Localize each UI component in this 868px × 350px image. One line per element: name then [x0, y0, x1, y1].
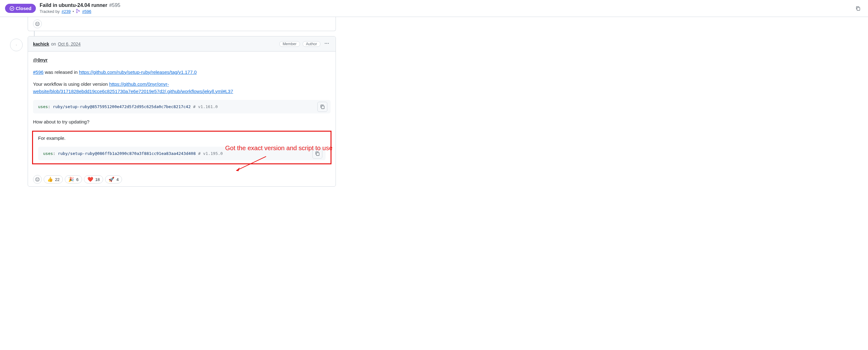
- comment-date[interactable]: Oct 6, 2024: [58, 41, 81, 46]
- reaction-count: 18: [95, 177, 100, 182]
- svg-point-2: [76, 12, 78, 13]
- previous-comment-footer: [28, 17, 336, 31]
- kebab-icon: [324, 41, 329, 46]
- copy-code-button[interactable]: [317, 102, 328, 112]
- merge-icon: [76, 9, 80, 14]
- annotation-highlight-box: For example. uses: ruby/setup-ruby@086ff…: [32, 131, 332, 165]
- author-badge: Author: [303, 41, 320, 47]
- member-badge: Member: [279, 41, 300, 47]
- add-reaction-button[interactable]: [33, 20, 42, 28]
- avatar-column: ▫: [5, 36, 28, 187]
- code-block-2: uses: ruby/setup-ruby@086ffb1a2090c870a3…: [38, 147, 326, 160]
- comment-header: kachick on Oct 6, 2024 Member Author: [28, 36, 336, 51]
- copy-icon: [315, 151, 320, 156]
- hooray-icon: 🎉: [68, 177, 74, 182]
- copy-icon: [320, 104, 325, 109]
- reaction-count: 22: [55, 177, 59, 182]
- yaml-comment: # v1.161.0: [193, 104, 218, 109]
- yaml-key: uses: [43, 151, 53, 156]
- copy-code-button[interactable]: [312, 149, 322, 159]
- reaction-rocket[interactable]: 🚀 4: [105, 175, 122, 183]
- tracked-by-row: Tracked by #239 • #596: [40, 9, 849, 14]
- text: How about to try updating?: [33, 118, 331, 126]
- svg-point-9: [327, 43, 328, 44]
- svg-point-14: [36, 179, 37, 179]
- code-block-1: uses: ruby/setup-ruby@8575951200e472d5f2…: [33, 100, 331, 113]
- comment-box: kachick on Oct 6, 2024 Member Author: [28, 36, 336, 187]
- avatar[interactable]: ▫: [10, 39, 23, 51]
- svg-point-10: [328, 43, 329, 44]
- yaml-key: uses: [38, 104, 48, 109]
- svg-point-1: [76, 9, 78, 10]
- reaction-count: 6: [76, 177, 78, 182]
- reaction-hooray[interactable]: 🎉 6: [65, 175, 82, 183]
- reactions-row: 👍 22 🎉 6 ❤️ 18 🚀 4: [28, 173, 336, 186]
- reaction-thumbsup[interactable]: 👍 22: [44, 175, 63, 183]
- yaml-value: ruby/setup-ruby@8575951200e472d5f2d95c62…: [53, 104, 191, 109]
- add-reaction-button[interactable]: [33, 175, 42, 184]
- header-content: Faild in ubuntu-24.04 runner #595 Tracke…: [40, 2, 849, 14]
- tracked-link-2[interactable]: #596: [82, 9, 91, 14]
- copy-link-button[interactable]: [853, 3, 863, 13]
- reaction-count: 4: [116, 177, 119, 182]
- svg-point-13: [35, 177, 39, 181]
- svg-point-15: [38, 179, 38, 179]
- svg-rect-12: [316, 153, 319, 155]
- comment-body: @0nyr #596 was released in https://githu…: [28, 51, 336, 173]
- status-badge: Closed: [5, 4, 36, 13]
- user-mention[interactable]: @0nyr: [33, 57, 48, 63]
- issue-title: Faild in ubuntu-24.04 runner: [40, 2, 107, 8]
- text: Your workflow is using older version: [33, 81, 109, 87]
- tracked-by-label: Tracked by: [40, 9, 60, 14]
- heart-icon: ❤️: [87, 177, 93, 182]
- rocket-icon: 🚀: [108, 177, 115, 182]
- svg-point-6: [36, 23, 37, 24]
- pr-link[interactable]: #596: [33, 69, 43, 75]
- more-actions-button[interactable]: [323, 40, 331, 48]
- svg-point-8: [325, 43, 326, 44]
- text: was released in: [43, 69, 79, 75]
- status-label: Closed: [16, 6, 31, 11]
- release-link[interactable]: https://github.com/ruby/setup-ruby/relea…: [79, 69, 196, 75]
- yaml-value: ruby/setup-ruby@086ffb1a2090c870a3f881cc…: [58, 151, 196, 156]
- yaml-comment: # v1.195.0: [198, 151, 223, 156]
- reaction-heart[interactable]: ❤️ 18: [84, 175, 103, 183]
- text: For example.: [33, 135, 331, 142]
- svg-point-7: [38, 23, 38, 24]
- svg-rect-4: [857, 7, 860, 10]
- check-circle-icon: [9, 6, 14, 11]
- issue-header: Closed Faild in ubuntu-24.04 runner #595…: [0, 0, 868, 17]
- separator: •: [73, 9, 74, 14]
- svg-point-5: [35, 22, 39, 26]
- thumbsup-icon: 👍: [47, 177, 53, 182]
- tracked-link-1[interactable]: #239: [62, 9, 71, 14]
- comment-author[interactable]: kachick: [33, 41, 49, 46]
- svg-rect-11: [321, 106, 324, 109]
- issue-number: #595: [109, 2, 120, 8]
- comment-date-prefix: on: [51, 41, 56, 46]
